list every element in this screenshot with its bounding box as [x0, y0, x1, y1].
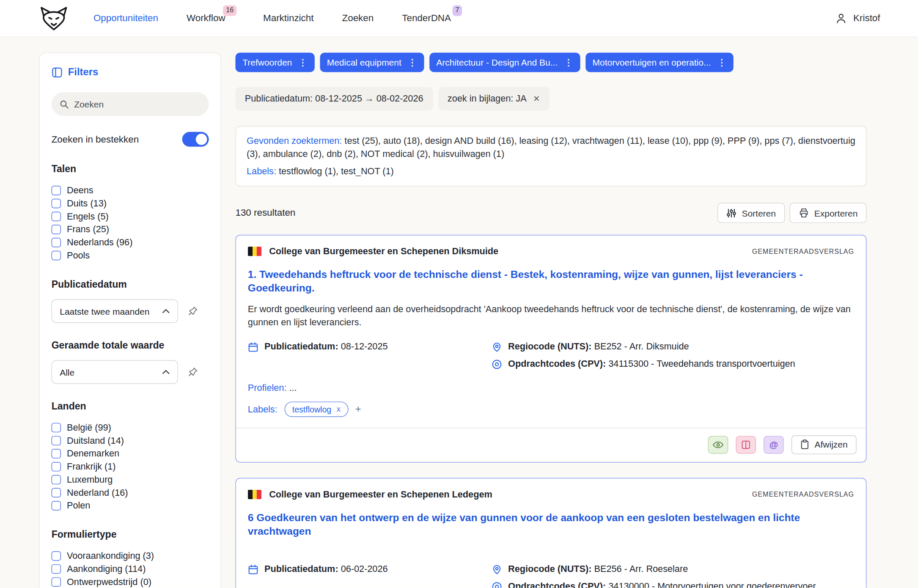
filters-panel: Filters Zoeken in bestekken Talen Deens …	[39, 52, 221, 588]
filter-option[interactable]: Frans (25)	[52, 223, 209, 236]
filter-checkbox[interactable]	[52, 475, 61, 484]
filter-panel-icon	[52, 66, 63, 78]
filter-option[interactable]: Nederland (16)	[52, 486, 209, 499]
filter-checkbox[interactable]	[52, 488, 61, 497]
user-menu[interactable]: Kristof	[834, 12, 880, 25]
filter-checkbox[interactable]	[52, 423, 61, 432]
result-title-link[interactable]: 6 Goedkeuren van het ontwerp en de wijze…	[248, 511, 854, 538]
nuts-label: Regiocode (NUTS):	[508, 564, 591, 574]
option-label: Luxemburg	[67, 474, 113, 485]
sort-button[interactable]: Sorteren	[717, 203, 785, 223]
filter-option[interactable]: Pools	[52, 249, 209, 262]
attachments-pill[interactable]: zoek in bijlagen: JA ✕	[438, 87, 549, 111]
cpv-label: Opdrachtcodes (CPV):	[508, 358, 606, 368]
chip-motorvoertuigen[interactable]: Motorvoertuigen en operatio...⋮	[585, 52, 734, 72]
export-button[interactable]: Exporteren	[789, 203, 866, 223]
publication-date-value: 08-12-2025	[341, 341, 388, 352]
nav-tenderdna[interactable]: TenderDNA 7	[402, 13, 451, 24]
nav-workflow[interactable]: Workflow 16	[187, 13, 225, 24]
chip-menu-icon[interactable]: ⋮	[408, 57, 417, 68]
cpv-label: Opdrachtcodes (CPV):	[508, 581, 606, 588]
watch-button[interactable]	[708, 436, 728, 453]
reject-label: Afwijzen	[815, 440, 848, 450]
profielen-label[interactable]: Profielen:	[248, 382, 287, 393]
belgium-flag-icon	[248, 489, 261, 499]
filter-option[interactable]: Nederlands (96)	[52, 236, 209, 249]
workflow-count-badge: 16	[223, 5, 236, 16]
filter-checkbox[interactable]	[52, 436, 61, 445]
result-title-link[interactable]: 1. Tweedehands heftruck voor de technisc…	[248, 268, 854, 295]
mention-button[interactable]: @	[764, 436, 784, 453]
chip-menu-icon[interactable]: ⋮	[717, 57, 726, 68]
chip-menu-icon[interactable]: ⋮	[299, 57, 308, 68]
split-view-button[interactable]	[736, 436, 756, 453]
export-label: Exporteren	[814, 208, 858, 218]
filter-checkbox[interactable]	[52, 501, 61, 510]
filter-checkbox[interactable]	[52, 251, 61, 260]
nav-marktinzicht[interactable]: Marktinzicht	[263, 13, 313, 24]
option-label: Deens	[67, 185, 93, 196]
bestekken-toggle[interactable]	[182, 132, 209, 147]
search-chips: Trefwoorden⋮ Medical equipment⋮ Architec…	[235, 52, 866, 72]
filter-option[interactable]: Duitsland (14)	[52, 434, 209, 447]
cpv-value: 34130000 - Motorvoertuigen voor goederen…	[608, 581, 816, 588]
filter-option[interactable]: Deens	[52, 184, 209, 197]
option-label: Pools	[67, 250, 90, 261]
organisation-name: College van Burgemeester en Schepenen Di…	[269, 246, 744, 257]
filter-checkbox[interactable]	[52, 238, 61, 247]
filter-checkbox[interactable]	[52, 551, 61, 561]
chip-menu-icon[interactable]: ⋮	[564, 57, 573, 68]
chip-label: Medical equipment	[327, 58, 401, 68]
chip-trefwoorden[interactable]: Trefwoorden⋮	[235, 52, 314, 72]
add-label-button[interactable]: +	[355, 403, 361, 415]
toggle-knob	[196, 134, 207, 145]
filter-option[interactable]: Denemarken	[52, 447, 209, 460]
filter-option[interactable]: Aankondiging (114)	[52, 563, 209, 576]
filter-checkbox[interactable]	[52, 577, 61, 587]
filter-option[interactable]: Luxemburg	[52, 473, 209, 486]
option-label: Frankrijk (1)	[67, 462, 116, 472]
filter-checkbox[interactable]	[52, 564, 61, 574]
close-icon[interactable]: ✕	[533, 94, 540, 103]
chevron-up-icon	[162, 370, 170, 374]
nav-opportuniteiten[interactable]: Opportuniteiten	[93, 13, 158, 24]
filter-option[interactable]: Ontwerpwedstrijd (0)	[52, 575, 209, 588]
filter-option[interactable]: België (99)	[52, 421, 209, 434]
nav-zoeken[interactable]: Zoeken	[342, 13, 374, 24]
labels-label: Labels:	[248, 404, 278, 415]
heading-talen: Talen	[52, 163, 209, 175]
found-terms-label: Gevonden zoektermen:	[247, 135, 342, 146]
clipboard-icon	[800, 440, 809, 450]
heading-landen: Landen	[52, 401, 209, 412]
nav-workflow-label: Workflow	[187, 13, 225, 23]
filter-checkbox[interactable]	[52, 449, 61, 458]
filter-option[interactable]: Polen	[52, 499, 209, 512]
chip-architectuur[interactable]: Architectuur - Design And Bu...⋮	[429, 52, 580, 72]
app-logo[interactable]	[39, 5, 69, 32]
search-input[interactable]	[74, 99, 201, 109]
filter-checkbox[interactable]	[52, 462, 61, 471]
filter-checkbox[interactable]	[52, 212, 61, 221]
filter-checkbox[interactable]	[52, 199, 61, 208]
filter-checkbox[interactable]	[52, 225, 61, 234]
cpv-row: Opdrachtcodes (CPV): 34115300 - Tweedeha…	[492, 358, 854, 370]
publicatiedatum-select[interactable]: Laatste twee maanden	[52, 299, 178, 323]
waarde-select[interactable]: Alle	[52, 360, 178, 384]
filter-checkbox[interactable]	[52, 186, 61, 195]
at-icon: @	[770, 440, 778, 450]
label-chip[interactable]: testflowlog x	[285, 401, 349, 417]
heading-formuliertype: Formuliertype	[52, 529, 209, 540]
reject-button[interactable]: Afwijzen	[792, 435, 857, 454]
filter-option[interactable]: Duits (13)	[52, 197, 209, 210]
pin-publicatiedatum-button[interactable]	[187, 305, 199, 317]
filter-option[interactable]: Engels (5)	[52, 210, 209, 223]
option-label: Denemarken	[67, 448, 119, 459]
filter-option[interactable]: Frankrijk (1)	[52, 460, 209, 473]
user-name: Kristof	[853, 13, 880, 24]
search-terms-summary: Gevonden zoektermen: test (25), auto (18…	[235, 126, 866, 187]
remove-label-icon[interactable]: x	[337, 405, 341, 414]
filter-option[interactable]: Vooraankondiging (3)	[52, 550, 209, 563]
chip-medical-equipment[interactable]: Medical equipment⋮	[320, 52, 424, 72]
date-range-pill[interactable]: Publicatiedatum: 08-12-2025 → 08-02-2026	[235, 87, 432, 111]
pin-waarde-button[interactable]	[187, 366, 199, 378]
